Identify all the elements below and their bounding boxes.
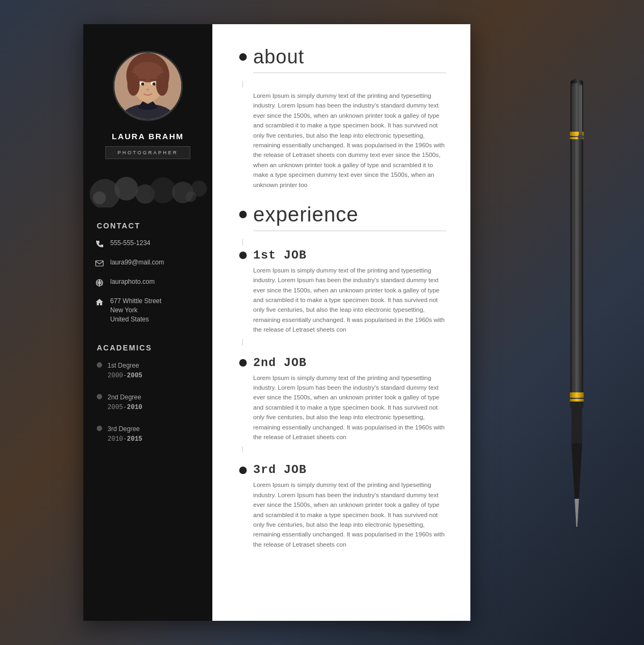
bullet-1 — [97, 362, 102, 368]
about-title-row: about — [239, 46, 446, 68]
job-title-row-3: 3rd JOB — [239, 463, 446, 477]
job-desc-1: Lorem Ipsum is simply dummy text of the … — [253, 266, 446, 335]
svg-point-7 — [156, 73, 168, 96]
svg-rect-30 — [570, 392, 584, 398]
experience-title-row: experience — [239, 203, 446, 226]
job-entry-1: 1st JOB Lorem Ipsum is simply dummy text… — [239, 249, 446, 346]
about-divider — [253, 73, 446, 73]
phone-icon — [94, 239, 105, 249]
job-entry-3: 3rd JOB Lorem Ipsum is simply dummy text… — [239, 463, 446, 549]
exp-connector — [242, 239, 243, 246]
svg-point-19 — [93, 191, 106, 204]
svg-point-13 — [90, 179, 120, 207]
svg-rect-32 — [571, 402, 582, 445]
academics-list: 1st Degree 2000-2005 2nd Degree 2005-201… — [83, 361, 212, 456]
svg-point-29 — [578, 134, 583, 140]
svg-marker-34 — [575, 499, 579, 527]
bullet-2 — [97, 394, 102, 399]
email-value: laura99@mail.com — [110, 258, 164, 267]
svg-point-14 — [115, 177, 138, 200]
academic-text-1: 1st Degree 2000-2005 — [108, 361, 142, 381]
job-title-2: 2nd JOB — [253, 356, 306, 370]
job-title-1: 1st JOB — [253, 249, 306, 262]
about-dot — [239, 53, 247, 61]
web-value: lauraphoto.com — [110, 277, 155, 286]
svg-point-12 — [146, 89, 149, 91]
contact-address: 677 Whittle StreetNew YorkUnited States — [94, 297, 202, 324]
main-content: about Lorem Ipsum is simply dummy text o… — [212, 24, 470, 621]
academic-text-3: 3rd Degree 2010-2015 — [108, 424, 142, 444]
contact-heading: CONTACT — [83, 221, 212, 231]
sidebar: LAURA BRAHM PHOTOGRAPHER CONTACT — [83, 24, 212, 621]
profile-title: PHOTOGRAPHER — [105, 146, 190, 159]
contact-email: laura99@mail.com — [94, 258, 202, 269]
contact-phone: 555-555-1234 — [94, 239, 202, 249]
svg-point-6 — [127, 73, 140, 96]
bullet-3 — [97, 426, 102, 431]
contact-web: lauraphoto.com — [94, 277, 202, 288]
academic-item-1: 1st Degree 2000-2005 — [97, 361, 199, 381]
job-title-row-2: 2nd JOB — [239, 356, 446, 370]
address-value: 677 Whittle StreetNew YorkUnited States — [110, 297, 161, 324]
experience-section: experience 1st JOB Lorem Ipsum is simply… — [239, 203, 446, 549]
profile-name: LAURA BRAHM — [112, 132, 184, 141]
job1-connector — [242, 339, 243, 346]
academic-text-2: 2nd Degree 2005-2010 — [108, 392, 142, 412]
svg-point-20 — [185, 191, 196, 202]
profile-photo — [113, 51, 183, 121]
svg-rect-28 — [579, 85, 582, 139]
contact-list: 555-555-1234 laura99@mail.com — [83, 239, 212, 332]
job-title-row-1: 1st JOB — [239, 249, 446, 262]
job-dot-2 — [239, 359, 247, 367]
about-text: Lorem Ipsum is simply dummy text of the … — [253, 91, 446, 190]
circles-decoration — [83, 164, 212, 207]
svg-marker-33 — [571, 443, 582, 500]
job-title-3: 3rd JOB — [253, 463, 306, 477]
home-icon — [94, 297, 105, 307]
svg-rect-31 — [570, 399, 584, 402]
job-desc-3: Lorem Ipsum is simply dummy text of the … — [253, 480, 446, 549]
experience-divider — [253, 231, 446, 231]
job-entry-2: 2nd JOB Lorem Ipsum is simply dummy text… — [239, 356, 446, 453]
academic-item-2: 2nd Degree 2005-2010 — [97, 392, 199, 412]
svg-point-16 — [150, 177, 176, 203]
svg-point-11 — [153, 82, 156, 85]
svg-rect-35 — [572, 86, 574, 398]
about-section: about Lorem Ipsum is simply dummy text o… — [239, 46, 446, 190]
job2-connector — [242, 446, 243, 453]
academic-item-3: 3rd Degree 2010-2015 — [97, 424, 199, 444]
globe-icon — [94, 277, 105, 288]
about-connector — [242, 81, 243, 88]
job-desc-2: Lorem Ipsum is simply dummy text of the … — [253, 373, 446, 442]
experience-dot — [239, 211, 247, 218]
phone-value: 555-555-1234 — [110, 239, 151, 248]
email-icon — [94, 258, 105, 269]
about-heading: about — [253, 46, 304, 68]
academics-heading: ACADEMICS — [83, 343, 212, 353]
experience-heading: experience — [253, 203, 359, 226]
job-dot-1 — [239, 252, 247, 259]
job-dot-3 — [239, 467, 247, 474]
resume-card: LAURA BRAHM PHOTOGRAPHER CONTACT — [83, 24, 470, 621]
svg-point-10 — [141, 82, 145, 85]
svg-rect-21 — [96, 261, 103, 266]
pen-decoration — [555, 43, 598, 554]
